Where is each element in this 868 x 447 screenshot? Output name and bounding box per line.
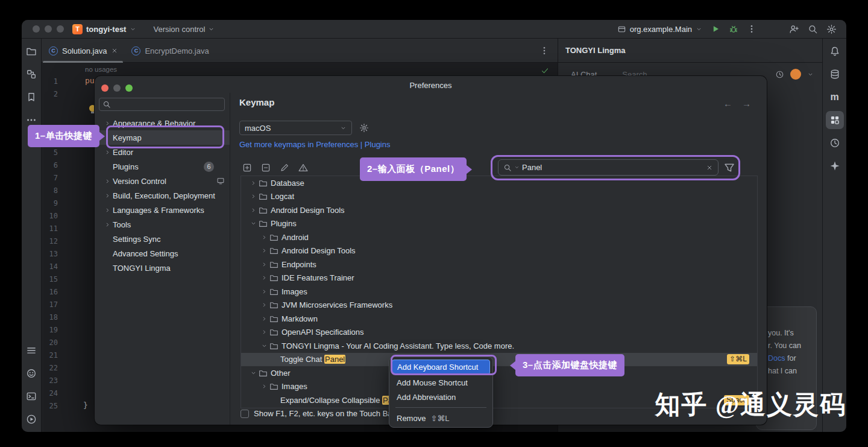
history-icon[interactable] <box>775 70 784 79</box>
settings-nav-tools[interactable]: Tools <box>95 217 230 232</box>
tool-button-ai-assistant[interactable] <box>823 154 846 177</box>
expand-all-button[interactable] <box>240 160 254 175</box>
tool-button-ai-chat[interactable] <box>22 362 41 385</box>
settings-nav-editor[interactable]: Editor <box>95 145 230 159</box>
chevron-right-icon[interactable] <box>102 176 113 186</box>
find-by-shortcut-button[interactable] <box>723 162 735 174</box>
code-with-me-button[interactable] <box>789 24 799 34</box>
scheme-options-button[interactable] <box>359 123 369 133</box>
keymap-search-field[interactable] <box>498 159 719 176</box>
chevron-down-icon[interactable] <box>248 368 259 378</box>
keymap-search-input[interactable] <box>522 163 703 172</box>
keymap-tree-row-ide-features-trainer[interactable]: IDE Features Trainer <box>241 271 757 285</box>
chevron-down-icon[interactable] <box>248 219 259 229</box>
touchbar-checkbox[interactable] <box>241 410 249 418</box>
chevron-right-icon[interactable] <box>102 118 113 128</box>
settings-search-field[interactable] <box>99 98 225 111</box>
zoom-window-button[interactable] <box>57 25 64 33</box>
keymap-tree-row-logcat[interactable]: Logcat <box>241 190 757 204</box>
tool-button-main-menu[interactable] <box>22 339 41 362</box>
tool-button-structure[interactable] <box>22 63 41 86</box>
tool-button-maven[interactable]: m <box>823 86 846 109</box>
settings-nav-advanced-settings[interactable]: Advanced Settings <box>95 246 230 261</box>
keymap-tree-row-markdown[interactable]: Markdown <box>241 312 757 326</box>
menu-item-add-keyboard-shortcut[interactable]: Add Keyboard Shortcut <box>392 360 490 375</box>
project-widget[interactable]: T tongyi-test <box>72 24 136 34</box>
minimize-window-button[interactable] <box>45 25 52 33</box>
keymap-tree-row-android-design-tools[interactable]: Android Design Tools <box>241 203 757 217</box>
keymap-tree-row-other[interactable]: Other <box>241 366 757 380</box>
settings-nav-plugins[interactable]: Plugins6 <box>95 159 230 174</box>
tool-button-history[interactable] <box>823 132 846 154</box>
keymap-tree-row-tongyi-lingma-your-ai-coding-assistant-type-less-code-more[interactable]: TONGYI Lingma - Your AI Coding Assistant… <box>241 339 757 353</box>
chevron-right-icon[interactable] <box>259 259 269 269</box>
chevron-right-icon[interactable] <box>259 273 269 283</box>
chevron-right-icon[interactable] <box>259 287 269 296</box>
tool-button-terminal[interactable] <box>22 385 41 408</box>
keymap-tree-row-jvm-microservices-frameworks[interactable]: JVM Microservices Frameworks <box>241 299 757 312</box>
keymap-tree-row-database[interactable]: Database <box>241 176 757 190</box>
debug-button[interactable] <box>729 24 738 34</box>
chevron-right-icon[interactable] <box>259 328 269 337</box>
chevron-right-icon[interactable] <box>102 147 113 157</box>
chevron-right-icon[interactable] <box>259 300 269 310</box>
menu-item-remove[interactable]: Remove⇧⌘L <box>389 411 492 425</box>
vcs-widget[interactable]: Version control <box>153 25 215 34</box>
user-avatar[interactable] <box>790 69 801 80</box>
run-button[interactable] <box>711 24 720 34</box>
search-everywhere-button[interactable] <box>808 24 818 34</box>
show-conflicts-button[interactable] <box>296 160 310 175</box>
collapse-all-button[interactable] <box>259 160 273 175</box>
edit-shortcut-button[interactable] <box>277 160 292 175</box>
tool-button-notifications[interactable] <box>823 40 846 63</box>
chevron-right-icon[interactable] <box>102 191 113 200</box>
run-config-widget[interactable]: org.example.Main <box>617 25 702 34</box>
settings-nav-appearance-behavior[interactable]: Appearance & Behavior <box>95 116 230 130</box>
close-window-button[interactable] <box>33 25 40 33</box>
settings-nav-version-control[interactable]: Version Control <box>95 174 230 188</box>
chevron-right-icon[interactable] <box>259 246 269 256</box>
settings-nav-settings-sync[interactable]: Settings Sync <box>95 232 230 246</box>
chevron-right-icon[interactable] <box>259 232 269 242</box>
keymap-tree-row-android[interactable]: Android <box>241 230 757 244</box>
chat-link[interactable]: Docs <box>768 354 785 363</box>
editor-tab-encryptdemo-java[interactable]: CEncryptDemo.java <box>124 39 215 63</box>
more-actions-button[interactable] <box>747 24 756 34</box>
keymap-tree-row-toggle-chat-panel[interactable]: Toggle Chat Panel⇧⌘L <box>241 353 757 367</box>
search-history-chevron-icon[interactable] <box>514 165 520 170</box>
close-tab-button[interactable] <box>111 47 118 54</box>
chevron-right-icon[interactable] <box>248 178 259 188</box>
keymap-tree-row-plugins[interactable]: Plugins <box>241 217 757 231</box>
chevron-right-icon[interactable] <box>248 205 259 215</box>
chevron-right-icon[interactable] <box>248 192 259 201</box>
keymap-tree-row-android-design-tools[interactable]: Android Design Tools <box>241 244 757 258</box>
menu-item-add-mouse-shortcut[interactable]: Add Mouse Shortcut <box>389 375 492 390</box>
keymap-tree-row-images[interactable]: Images <box>241 285 757 299</box>
tool-button-project[interactable] <box>22 40 41 63</box>
clear-search-button[interactable] <box>706 164 713 171</box>
chevron-right-icon[interactable] <box>259 314 269 323</box>
tool-button-database[interactable] <box>823 63 846 86</box>
menu-item-add-abbreviation[interactable]: Add Abbreviation <box>389 390 492 404</box>
tab-options-button[interactable] <box>539 46 549 55</box>
tool-button-tongyi-lingma[interactable] <box>823 109 846 132</box>
keymap-tree-row-openapi-specifications[interactable]: OpenAPI Specifications <box>241 326 757 340</box>
chevron-right-icon[interactable] <box>102 220 113 229</box>
tool-button-bookmarks[interactable] <box>22 86 41 109</box>
get-more-keymaps-link[interactable]: Get more keymaps in Preferences | Plugin… <box>239 140 391 149</box>
keymap-tree-row-endpoints[interactable]: Endpoints <box>241 258 757 271</box>
settings-button[interactable] <box>826 24 837 34</box>
chevron-right-icon[interactable] <box>102 205 113 215</box>
settings-nav-languages-frameworks[interactable]: Languages & Frameworks <box>95 203 230 217</box>
forward-button[interactable]: → <box>742 98 751 109</box>
settings-nav-build-execution-deployment[interactable]: Build, Execution, Deployment <box>95 188 230 203</box>
chevron-right-icon[interactable] <box>259 382 269 392</box>
editor-tab-solution-java[interactable]: CSolution.java <box>42 39 124 63</box>
chevron-down-icon[interactable] <box>259 341 269 350</box>
chevron-down-icon[interactable] <box>807 71 814 78</box>
back-button[interactable]: ← <box>723 98 732 109</box>
settings-nav-keymap[interactable]: Keymap <box>95 130 230 145</box>
settings-nav-tongyi-lingma[interactable]: TONGYI Lingma <box>95 261 230 275</box>
keymap-scheme-select[interactable]: macOS <box>239 121 352 135</box>
tool-button-run-tool-window[interactable] <box>22 408 41 431</box>
